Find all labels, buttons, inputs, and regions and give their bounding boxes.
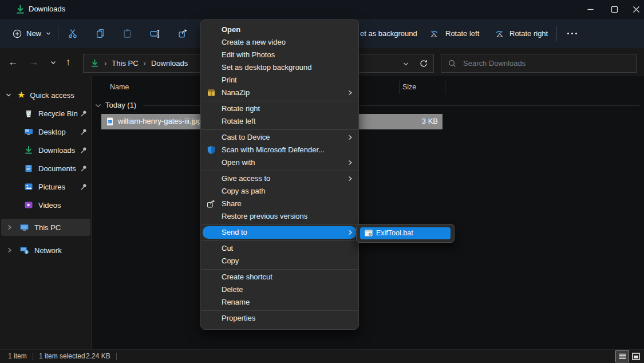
pin-icon	[80, 183, 87, 190]
sidebar-item-label: Network	[34, 246, 62, 255]
rename-button[interactable]	[145, 24, 165, 43]
sidebar-item-label: Videos	[38, 201, 61, 210]
videos-icon	[24, 200, 33, 210]
breadcrumb-downloads[interactable]: Downloads	[151, 59, 188, 68]
menu-item-scan-with-microsoft-defender[interactable]: Scan with Microsoft Defender...	[201, 144, 358, 156]
minimize-button[interactable]	[578, 0, 603, 19]
paste-button[interactable]	[117, 24, 137, 43]
column-header-name[interactable]: Name	[110, 83, 129, 91]
cut-button[interactable]	[63, 24, 82, 43]
menu-item-cast-to-device[interactable]: Cast to Device	[201, 131, 358, 144]
menu-item-label: Share	[222, 199, 242, 208]
search-input[interactable]	[462, 58, 613, 68]
submenu-item-exiftool[interactable]: ExifTool.bat	[360, 227, 451, 239]
close-button[interactable]	[623, 0, 644, 19]
toolbar-divider	[556, 26, 557, 41]
chevron-down-icon[interactable]	[6, 92, 11, 98]
menu-item-restore-previous-versions[interactable]: Restore previous versions	[201, 210, 358, 223]
menu-item-label: NanaZip	[222, 88, 250, 97]
share-button[interactable]	[173, 24, 192, 43]
back-button[interactable]: ←	[5, 54, 22, 71]
menu-item-label: Cast to Device	[222, 133, 270, 141]
menu-item-nanazip[interactable]: NanaZip	[201, 86, 358, 99]
sidebar-item-label: Documents	[38, 164, 76, 173]
sidebar-item-videos[interactable]: Videos	[1, 196, 90, 214]
more-icon	[567, 33, 577, 34]
menu-item-share[interactable]: Share	[201, 198, 358, 210]
menu-separator	[202, 310, 358, 311]
pin-icon	[80, 128, 87, 135]
new-button-label: New	[26, 29, 41, 38]
sidebar-item-label: Quick access	[30, 91, 74, 100]
menu-item-cut[interactable]: Cut	[201, 242, 358, 255]
sidebar-item-pictures[interactable]: Pictures	[1, 178, 90, 195]
this-pc-icon	[19, 223, 29, 232]
rotate-right-button[interactable]: Rotate right	[493, 25, 548, 42]
menu-item-send-to[interactable]: Send to	[203, 226, 357, 239]
cut-icon	[68, 29, 78, 38]
defender-shield-icon	[207, 145, 216, 155]
menu-item-print[interactable]: Print	[201, 74, 358, 86]
status-divider	[116, 353, 117, 360]
rotate-left-icon	[429, 29, 440, 38]
menu-item-delete[interactable]: Delete	[201, 283, 358, 296]
menu-separator	[202, 269, 358, 270]
menu-item-set-as-desktop-background[interactable]: Set as desktop background	[201, 61, 358, 74]
rotate-left-button[interactable]: Rotate left	[429, 25, 479, 42]
menu-item-rename[interactable]: Rename	[201, 296, 358, 309]
sidebar-item-network[interactable]: Network	[1, 242, 90, 259]
downloads-folder-icon	[15, 5, 25, 14]
column-divider[interactable]	[445, 81, 445, 94]
group-collapse-chevron-icon[interactable]	[95, 102, 101, 109]
search-box[interactable]	[441, 54, 637, 73]
pictures-icon	[24, 182, 33, 191]
search-icon	[448, 60, 456, 68]
menu-item-rotate-right[interactable]: Rotate right	[201, 102, 358, 115]
sidebar-item-this-pc[interactable]: This PC	[1, 219, 90, 236]
sidebar-item-desktop[interactable]: Desktop	[1, 123, 90, 140]
column-header-size[interactable]: Size	[402, 83, 416, 91]
documents-icon	[24, 164, 33, 173]
submenu-arrow-icon	[347, 176, 353, 182]
sidebar-item-quick-access[interactable]: ★ Quick access	[1, 86, 90, 104]
details-view-button[interactable]	[616, 351, 629, 362]
forward-button[interactable]: →	[25, 54, 42, 71]
menu-item-copy[interactable]: Copy	[201, 255, 358, 267]
menu-item-create-a-new-video[interactable]: Create a new video	[201, 36, 358, 49]
address-dropdown-chevron-icon[interactable]	[403, 61, 409, 67]
menu-item-create-shortcut[interactable]: Create shortcut	[201, 271, 358, 283]
breadcrumb-chevron-icon: ›	[104, 59, 106, 68]
sidebar-item-documents[interactable]: Documents	[1, 160, 90, 177]
window-title: Downloads	[29, 5, 65, 13]
new-button[interactable]: New	[8, 25, 56, 42]
group-header[interactable]: Today (1)	[105, 101, 136, 109]
thumbnail-view-button[interactable]	[630, 351, 642, 362]
chevron-right-icon[interactable]	[7, 224, 12, 230]
menu-item-properties[interactable]: Properties	[201, 312, 358, 325]
menu-separator	[202, 240, 358, 241]
copy-icon	[96, 29, 105, 38]
desktop-icon	[24, 127, 33, 136]
refresh-icon[interactable]	[419, 59, 428, 68]
menu-item-open[interactable]: Open	[201, 23, 358, 36]
downloads-folder-icon	[90, 59, 99, 68]
set-as-background-label: et as background	[360, 29, 417, 38]
menu-item-open-with[interactable]: Open with	[201, 156, 358, 169]
breadcrumb-this-pc[interactable]: This PC	[112, 59, 138, 68]
sidebar-item-downloads[interactable]: Downloads	[1, 141, 90, 159]
image-file-icon	[105, 117, 114, 127]
item-count: 1 item	[8, 352, 27, 360]
menu-item-edit-with-photos[interactable]: Edit with Photos	[201, 49, 358, 61]
up-button[interactable]: ↑	[60, 54, 77, 71]
copy-button[interactable]	[90, 24, 110, 43]
menu-item-rotate-left[interactable]: Rotate left	[201, 115, 358, 128]
column-divider[interactable]	[400, 81, 400, 94]
set-as-background-button[interactable]: et as background	[360, 25, 417, 42]
chevron-right-icon[interactable]	[7, 247, 12, 253]
sidebar-item-recycle-bin[interactable]: Recycle Bin	[1, 105, 90, 122]
see-more-button[interactable]	[562, 24, 582, 43]
menu-item-give-access-to[interactable]: Give access to	[201, 172, 358, 185]
selection-count: 1 item selected	[39, 352, 85, 360]
rotate-right-label: Rotate right	[509, 29, 548, 38]
menu-item-copy-as-path[interactable]: Copy as path	[201, 185, 358, 198]
